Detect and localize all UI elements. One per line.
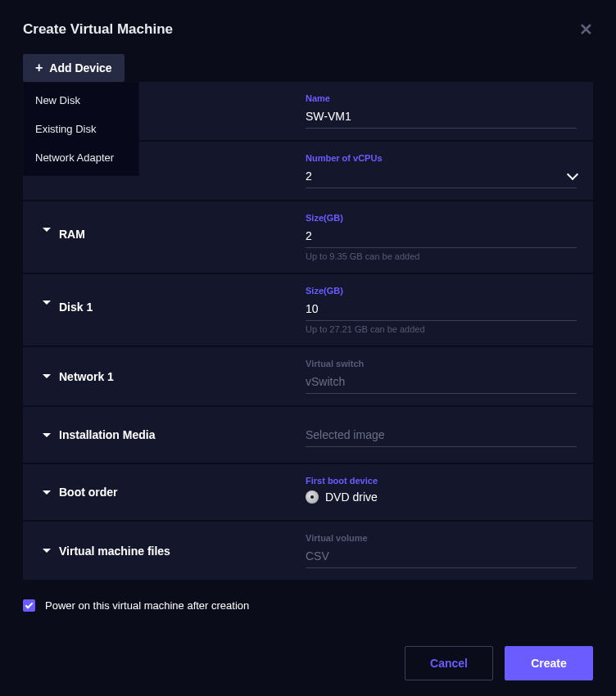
section-vm-files-title: Virtual machine files bbox=[59, 545, 170, 558]
caret-icon bbox=[43, 301, 51, 305]
disc-icon bbox=[306, 490, 319, 504]
section-cpu-body: Number of vCPUs 2 bbox=[306, 142, 593, 200]
menu-item-network-adapter[interactable]: Network Adapter bbox=[24, 143, 138, 172]
add-device-menu: New Disk Existing Disk Network Adapter bbox=[23, 82, 139, 176]
disk1-label: Size(GB) bbox=[306, 286, 577, 296]
power-on-checkbox[interactable] bbox=[23, 599, 35, 612]
plus-icon: + bbox=[35, 61, 43, 75]
vm-files-label: Virtual volume bbox=[306, 533, 577, 543]
section-ram-title: RAM bbox=[59, 228, 85, 241]
footer-buttons: Cancel Create bbox=[23, 646, 593, 680]
caret-icon bbox=[43, 433, 51, 437]
vcpu-select[interactable]: 2 bbox=[306, 166, 577, 188]
menu-item-new-disk[interactable]: New Disk bbox=[24, 86, 138, 115]
section-boot-order-body: First boot device DVD drive bbox=[306, 464, 593, 520]
dialog-header: Create Virtual Machine ✕ bbox=[23, 20, 593, 39]
ram-hint: Up to 9.35 GB can be added bbox=[306, 251, 577, 261]
network1-label: Virtual switch bbox=[306, 359, 577, 368]
section-disk1-body: Size(GB) 10 Up to 27.21 GB can be added bbox=[306, 274, 593, 346]
create-vm-dialog: Create Virtual Machine ✕ + Add Device Ne… bbox=[0, 0, 616, 696]
caret-icon bbox=[43, 374, 51, 378]
section-network1-body: Virtual switch vSwitch bbox=[306, 347, 593, 405]
cancel-button[interactable]: Cancel bbox=[405, 646, 493, 680]
ram-label: Size(GB) bbox=[306, 213, 577, 223]
close-icon[interactable]: ✕ bbox=[579, 20, 593, 39]
ram-input[interactable]: 2 bbox=[306, 226, 577, 248]
disk1-input[interactable]: 10 bbox=[306, 299, 577, 321]
menu-item-existing-disk[interactable]: Existing Disk bbox=[24, 115, 138, 143]
boot-order-label: First boot device bbox=[306, 476, 577, 486]
section-vm-files: Virtual machine files Virtual volume CSV bbox=[23, 520, 593, 580]
section-network1: Network 1 Virtual switch vSwitch bbox=[23, 346, 593, 405]
chevron-down-icon bbox=[567, 169, 578, 180]
vcpu-value: 2 bbox=[306, 169, 312, 183]
section-boot-order: Boot order First boot device DVD drive bbox=[23, 463, 593, 520]
dialog-title: Create Virtual Machine bbox=[23, 21, 173, 38]
section-install-media: Installation Media Selected image bbox=[23, 405, 593, 463]
caret-icon bbox=[43, 490, 51, 495]
section-boot-order-title: Boot order bbox=[59, 486, 118, 499]
section-vm-files-header[interactable]: Virtual machine files bbox=[23, 522, 306, 580]
network1-select[interactable]: vSwitch bbox=[306, 372, 577, 394]
boot-device-value: DVD drive bbox=[325, 490, 378, 504]
section-vm-files-body: Virtual volume CSV bbox=[306, 522, 593, 580]
create-button[interactable]: Create bbox=[505, 646, 593, 680]
section-disk1-header[interactable]: Disk 1 bbox=[23, 274, 306, 346]
section-network1-header[interactable]: Network 1 bbox=[23, 347, 306, 405]
section-disk1-title: Disk 1 bbox=[59, 301, 93, 314]
power-on-checkbox-row: Power on this virtual machine after crea… bbox=[23, 599, 593, 612]
section-boot-order-header[interactable]: Boot order bbox=[23, 464, 306, 520]
section-install-media-title: Installation Media bbox=[59, 428, 155, 441]
section-network1-title: Network 1 bbox=[59, 370, 114, 383]
name-label: Name bbox=[306, 93, 577, 103]
section-install-media-header[interactable]: Installation Media bbox=[23, 407, 306, 463]
boot-device-item[interactable]: DVD drive bbox=[306, 489, 577, 505]
install-media-select[interactable]: Selected image bbox=[306, 425, 577, 447]
power-on-label: Power on this virtual machine after crea… bbox=[45, 599, 249, 612]
caret-icon bbox=[43, 549, 51, 553]
caret-icon bbox=[43, 228, 51, 232]
add-device-label: Add Device bbox=[49, 61, 111, 75]
disk1-hint: Up to 27.21 GB can be added bbox=[306, 324, 577, 334]
vcpu-label: Number of vCPUs bbox=[306, 153, 577, 163]
add-device-button[interactable]: + Add Device bbox=[23, 54, 125, 82]
section-ram-body: Size(GB) 2 Up to 9.35 GB can be added bbox=[306, 201, 593, 273]
name-input[interactable]: SW-VM1 bbox=[306, 106, 577, 129]
section-disk1: Disk 1 Size(GB) 10 Up to 27.21 GB can be… bbox=[23, 273, 593, 346]
section-general-body: Name SW-VM1 bbox=[306, 82, 593, 140]
section-ram-header[interactable]: RAM bbox=[23, 201, 306, 273]
check-icon bbox=[25, 601, 34, 609]
add-device-wrap: + Add Device New Disk Existing Disk Netw… bbox=[23, 54, 125, 82]
section-install-media-body: Selected image bbox=[306, 407, 593, 463]
vm-files-select[interactable]: CSV bbox=[306, 546, 577, 568]
section-ram: RAM Size(GB) 2 Up to 9.35 GB can be adde… bbox=[23, 200, 593, 273]
